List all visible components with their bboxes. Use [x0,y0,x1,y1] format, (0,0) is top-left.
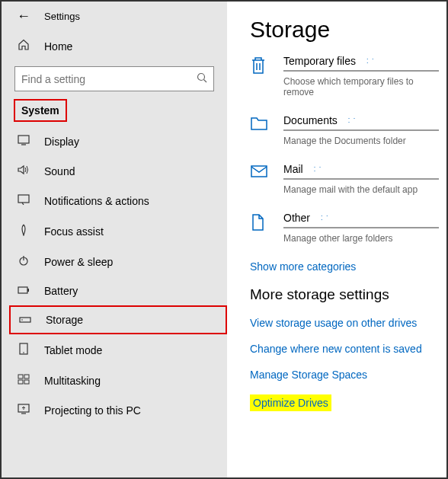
notifications-icon [17,194,30,207]
svg-point-0 [198,74,205,81]
usage-bar [283,70,439,72]
nav-projecting[interactable]: Projecting to this PC [2,395,227,425]
trash-icon [250,56,268,75]
category-temp-files[interactable]: Temporary files· ·· Choose which tempora… [250,55,446,97]
svg-rect-16 [24,380,29,384]
battery-icon [17,285,30,297]
nav-label: Tablet mode [44,344,102,356]
search-input[interactable] [21,73,197,85]
nav-multitasking[interactable]: Multitasking [2,366,227,395]
folder-icon [250,116,268,134]
svg-rect-13 [18,375,23,378]
sound-icon [17,164,30,177]
nav-display[interactable]: Display [2,126,227,156]
nav-power[interactable]: Power & sleep [2,247,227,276]
nav-label: Storage [46,314,83,326]
nav-sound[interactable]: Sound [2,156,227,186]
projecting-icon [17,404,30,417]
home-label: Home [44,40,72,53]
category-documents[interactable]: Documents· ·· Manage the Documents folde… [250,114,446,146]
nav-label: Sound [44,165,75,177]
more-settings-title: More storage settings [250,286,446,303]
tablet-icon [17,343,30,357]
nav-label: Focus assist [44,225,104,238]
settings-title: Settings [44,11,80,22]
content: Storage Temporary files· ·· Choose which… [227,2,446,477]
display-icon [17,135,30,148]
cat-label: Temporary files [283,55,356,67]
link-optimize-drives[interactable]: Optimize Drives [250,394,331,411]
home-button[interactable]: Home [2,30,227,62]
page-title: Storage [250,17,446,43]
nav-label: Multitasking [44,375,101,387]
loading-icon: · ·· [366,57,375,65]
storage-icon [18,314,32,326]
cat-desc: Choose which temporary files to remove [283,76,439,97]
svg-rect-18 [251,166,267,177]
nav-label: Projecting to this PC [44,404,141,417]
show-more-link[interactable]: Show more categories [250,260,446,273]
cat-label: Documents [283,114,338,126]
mail-icon [250,164,268,183]
nav-storage[interactable]: Storage [11,307,221,333]
cat-desc: Manage other large folders [283,233,439,244]
cat-desc: Manage mail with the default app [283,184,439,195]
link-change-save[interactable]: Change where new content is saved [250,343,446,355]
svg-rect-14 [24,375,29,378]
multitask-icon [17,374,30,387]
loading-icon: · ·· [314,165,322,174]
svg-rect-2 [18,136,29,143]
nav-notifications[interactable]: Notifications & actions [2,186,227,216]
usage-bar [283,227,439,228]
nav-tablet[interactable]: Tablet mode [2,334,227,366]
header: ← Settings [2,6,227,30]
cat-label: Mail [283,163,303,175]
svg-rect-8 [27,289,29,292]
link-storage-spaces[interactable]: Manage Storage Spaces [250,369,446,381]
usage-bar [283,129,439,131]
section-system: System [14,99,67,122]
loading-icon: · ·· [348,117,357,125]
svg-point-10 [21,319,23,321]
cat-label: Other [283,212,310,224]
svg-line-1 [204,80,207,83]
back-icon[interactable]: ← [17,9,30,23]
nav-label: Notifications & actions [44,195,149,207]
nav-battery[interactable]: Battery [2,276,227,305]
usage-bar [283,178,439,180]
svg-rect-9 [20,318,30,322]
cat-desc: Manage the Documents folder [283,136,439,146]
home-icon [17,39,30,53]
link-view-storage[interactable]: View storage usage on other drives [250,317,446,329]
svg-rect-15 [18,380,23,384]
search-icon [197,72,207,85]
other-icon [250,213,268,232]
search-box[interactable] [14,66,214,91]
nav-label: Power & sleep [44,256,113,268]
svg-rect-7 [18,287,27,293]
category-other[interactable]: Other· ·· Manage other large folders [250,212,446,244]
svg-point-12 [23,352,24,353]
nav-focus-assist[interactable]: Focus assist [2,216,227,247]
loading-icon: · ·· [321,214,329,222]
power-icon [17,255,30,268]
svg-rect-4 [18,195,29,203]
sidebar: ← Settings Home System Display Sound Not… [2,2,227,477]
category-mail[interactable]: Mail· ·· Manage mail with the default ap… [250,163,446,195]
focus-icon [17,224,30,238]
nav-label: Battery [44,285,78,297]
nav-label: Display [44,136,79,148]
